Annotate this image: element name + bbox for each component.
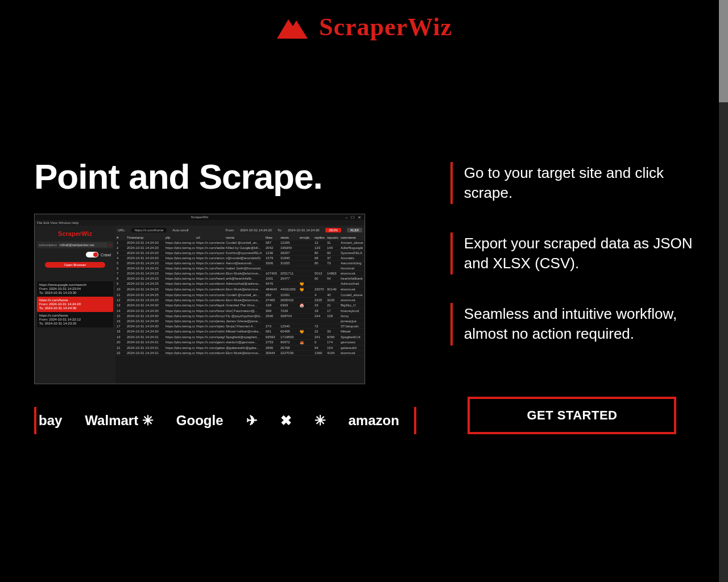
brand-logo: Google xyxy=(176,413,224,429)
app-screenshot: ScraperWiz– ☐ ✕ File Edit View Window He… xyxy=(34,214,365,384)
brand-logo: amazon xyxy=(349,413,399,429)
logo-mountain-icon xyxy=(276,15,309,40)
brand-name: ScraperWiz xyxy=(319,13,452,41)
brand-logo: ✈ xyxy=(246,413,258,429)
screenshot-menubar: File Edit View Window Help xyxy=(35,220,365,226)
page-scrollbar[interactable] xyxy=(719,0,728,582)
brand-logos-strip: bayWalmart ✳Google✈✖✳amazon xyxy=(34,407,411,434)
brand-logo: Walmart ✳ xyxy=(85,413,153,429)
hero-title: Point and Scrape. xyxy=(34,156,411,197)
brand-logo: ✖ xyxy=(280,413,292,429)
screenshot-toolbar: URL: https://x.com/home Auto scroll From… xyxy=(115,226,365,235)
feature-text: Export your scraped data as JSON and XLS… xyxy=(464,232,694,275)
brand-logo: bay xyxy=(39,413,62,429)
scrollbar-thumb[interactable] xyxy=(719,0,728,102)
main-content: Point and Scrape. ScraperWiz– ☐ ✕ File E… xyxy=(0,54,728,434)
get-started-button[interactable]: GET STARTED xyxy=(468,397,676,434)
screenshot-sidebar: ScraperWiz subscription mihail@webpacker… xyxy=(35,226,115,384)
brand-logo: ✳ xyxy=(315,413,326,429)
feature-text: Go to your target site and click scrape. xyxy=(464,162,694,204)
feature-item: Seamless and intuitive workflow, almost … xyxy=(450,303,694,345)
feature-item: Go to your target site and click scrape. xyxy=(450,162,694,204)
feature-text: Seamless and intuitive workflow, almost … xyxy=(464,303,694,345)
header: ScraperWiz xyxy=(0,0,728,54)
screenshot-titlebar: ScraperWiz– ☐ ✕ xyxy=(35,214,365,220)
feature-item: Export your scraped data as JSON and XLS… xyxy=(450,232,694,275)
